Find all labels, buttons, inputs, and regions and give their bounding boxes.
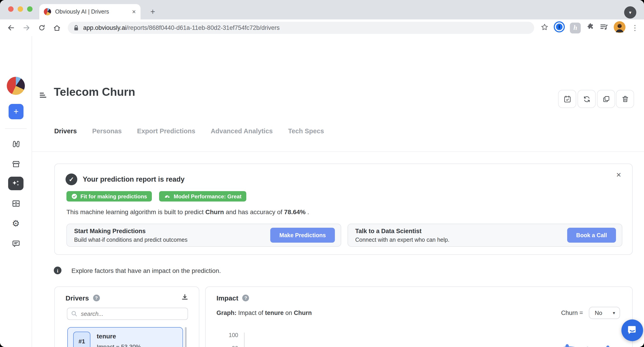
tab-close-icon[interactable]: ✕ <box>132 9 136 15</box>
traffic-lights <box>8 6 32 12</box>
sidebar-item-predictions[interactable] <box>8 177 24 190</box>
sidebar-divider <box>5 128 27 129</box>
obviously-ai-app: + ⚙ Telecom Churn <box>0 36 644 347</box>
tab-export-predictions[interactable]: Export Predictions <box>137 128 196 135</box>
url-text: app.obviously.ai/reports/868f0440-d61a-1… <box>83 24 280 31</box>
reload-button[interactable] <box>35 22 48 34</box>
target-column: Churn <box>206 208 224 216</box>
maximize-window-button[interactable] <box>27 6 32 12</box>
performance-badge: Model Performance: Great <box>159 191 246 202</box>
report-ready-banner: ✓ Your prediction report is ready ✕ Fit … <box>54 164 633 255</box>
intercom-chat-button[interactable] <box>622 320 643 341</box>
drivers-list-scrollbar[interactable] <box>185 327 187 347</box>
browser-menu-dots-icon[interactable]: ⋮ <box>630 24 640 32</box>
drivers-help-icon[interactable]: ? <box>93 294 100 301</box>
book-call-button[interactable]: Book a Call <box>567 228 616 243</box>
app-sidebar: + ⚙ <box>0 36 32 347</box>
storefront-icon <box>11 159 20 169</box>
fit-badge-label: Fit for making predictions <box>80 193 147 200</box>
banner-description: This machine learning algorithm is built… <box>66 208 309 216</box>
download-drivers-button[interactable] <box>181 293 189 303</box>
tab-strip: Obviously AI | Drivers ✕ + ▼ <box>0 0 644 20</box>
banner-close-icon[interactable]: ✕ <box>614 170 623 179</box>
make-predictions-card: Start Making Predictions Build what-if c… <box>66 224 341 247</box>
calendar-check-icon <box>563 95 572 103</box>
extensions-puzzle-icon[interactable] <box>586 22 594 33</box>
app-logo-pie-icon <box>7 77 25 95</box>
info-note-text: Explore factors that have an impact on t… <box>72 267 221 274</box>
check-circle-icon <box>72 194 77 199</box>
honey-extension-icon[interactable]: h <box>570 22 581 33</box>
graph-target: Churn <box>294 310 312 316</box>
gear-icon: ⚙ <box>12 218 20 228</box>
impact-area-chart <box>240 332 615 347</box>
sidebar-item-datasets[interactable] <box>8 196 24 210</box>
tab-search-caret-icon[interactable]: ▼ <box>624 6 636 18</box>
tab-tech-specs[interactable]: Tech Specs <box>288 128 324 135</box>
banner-title: Your prediction report is ready <box>83 175 184 184</box>
book-call-title: Talk to a Data Scientist <box>355 228 567 234</box>
bookmark-star-icon[interactable] <box>540 23 549 33</box>
drawers-icon <box>11 198 20 208</box>
download-icon <box>181 293 189 301</box>
page-title: Telecom Churn <box>54 86 135 98</box>
churn-filter-select[interactable]: No ▾ <box>589 307 620 319</box>
url-path: /reports/868f0440-d61a-11eb-80d2-31ef754… <box>126 24 280 31</box>
make-predictions-title: Start Making Predictions <box>74 228 270 234</box>
header-divider <box>32 151 644 152</box>
onepassword-extension-icon[interactable] <box>554 21 565 34</box>
impact-panel-title: Impact <box>216 294 238 302</box>
gauge-icon <box>164 194 170 199</box>
tab-title: Obviously AI | Drivers <box>55 8 132 15</box>
back-button[interactable] <box>4 22 17 34</box>
duplicate-button[interactable] <box>597 90 615 108</box>
driver-name: tenure <box>97 332 141 340</box>
delete-button[interactable] <box>616 90 634 108</box>
impact-help-icon[interactable]: ? <box>242 294 249 301</box>
driver-rank-badge: #1 <box>73 332 90 347</box>
forward-button[interactable] <box>20 22 32 34</box>
make-predictions-button[interactable]: Make Predictions <box>270 228 335 243</box>
lock-icon <box>73 24 79 31</box>
browser-tab[interactable]: Obviously AI | Drivers ✕ <box>39 4 140 20</box>
graph-feature: tenure <box>265 310 284 316</box>
home-button[interactable] <box>50 22 63 34</box>
avatar[interactable] <box>614 21 626 34</box>
tab-drivers[interactable]: Drivers <box>54 128 77 135</box>
tab-personas[interactable]: Personas <box>92 128 122 135</box>
sidebar-item-settings[interactable]: ⚙ <box>8 216 24 230</box>
tab-advanced-analytics[interactable]: Advanced Analytics <box>210 128 273 135</box>
banner-badges: Fit for making predictions Model Perform… <box>66 191 246 202</box>
chevron-down-icon: ▾ <box>613 310 615 315</box>
sync-icon <box>582 95 591 103</box>
fit-badge: Fit for making predictions <box>66 191 152 202</box>
url-bar[interactable]: app.obviously.ai/reports/868f0440-d61a-1… <box>68 22 534 34</box>
trash-icon <box>621 95 629 103</box>
drivers-panel: Drivers ? #1 tenure Impact = 53.30% #2 M… <box>54 286 199 347</box>
close-window-button[interactable] <box>8 6 14 12</box>
drivers-search-input[interactable] <box>67 308 188 320</box>
binoculars-icon <box>11 139 20 148</box>
minimize-window-button[interactable] <box>18 6 23 12</box>
new-report-button[interactable]: + <box>8 104 24 119</box>
playlist-extension-icon[interactable] <box>599 22 609 34</box>
churn-filter-label: Churn = <box>561 310 583 316</box>
reports-list-toggle[interactable] <box>40 92 48 101</box>
chat-icon <box>11 239 20 248</box>
info-icon: i <box>54 266 62 274</box>
search-icon <box>71 310 78 317</box>
retrain-button[interactable] <box>578 90 596 108</box>
sidebar-item-support[interactable] <box>8 237 24 250</box>
info-note-row: i Explore factors that have an impact on… <box>54 266 221 274</box>
book-call-subtitle: Connect with an expert who can help. <box>355 236 567 243</box>
sidebar-item-discover[interactable] <box>8 137 24 150</box>
churn-filter-value: No <box>595 310 613 316</box>
performance-badge-label: Model Performance: Great <box>174 193 242 200</box>
chat-bubble-icon <box>627 325 637 336</box>
favicon-pie-icon <box>44 8 51 15</box>
sidebar-item-marketplace[interactable] <box>8 157 24 171</box>
schedule-button[interactable] <box>558 90 576 108</box>
driver-item-tenure[interactable]: #1 tenure Impact = 53.30% <box>67 327 183 347</box>
drivers-panel-title: Drivers <box>66 294 89 302</box>
new-tab-button[interactable]: + <box>147 6 159 18</box>
